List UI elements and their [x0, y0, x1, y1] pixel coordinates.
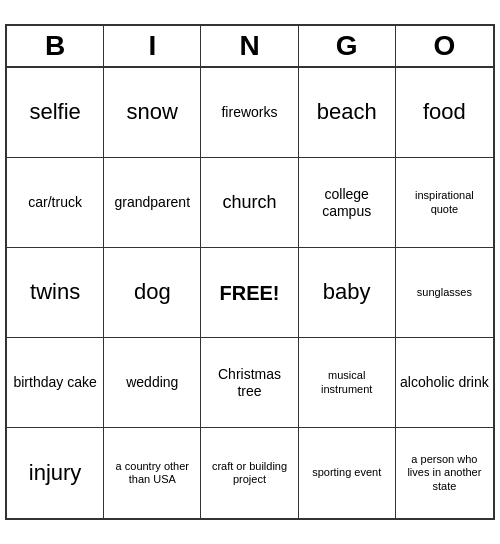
- bingo-cell: musical instrument: [299, 338, 396, 428]
- bingo-cell: birthday cake: [7, 338, 104, 428]
- bingo-cell: car/truck: [7, 158, 104, 248]
- header-letter: B: [7, 26, 104, 66]
- cell-text: birthday cake: [13, 374, 96, 391]
- cell-text: food: [423, 99, 466, 125]
- bingo-cell: sunglasses: [396, 248, 493, 338]
- header-letter: N: [201, 26, 298, 66]
- bingo-cell: dog: [104, 248, 201, 338]
- header-letter: G: [299, 26, 396, 66]
- cell-text: inspirational quote: [400, 189, 489, 215]
- cell-text: dog: [134, 279, 171, 305]
- bingo-grid: selfiesnowfireworksbeachfoodcar/truckgra…: [7, 68, 493, 518]
- cell-text: church: [222, 192, 276, 214]
- cell-text: grandparent: [115, 194, 191, 211]
- bingo-cell: snow: [104, 68, 201, 158]
- bingo-cell: selfie: [7, 68, 104, 158]
- bingo-cell: twins: [7, 248, 104, 338]
- cell-text: sporting event: [312, 466, 381, 479]
- cell-text: twins: [30, 279, 80, 305]
- cell-text: beach: [317, 99, 377, 125]
- cell-text: a country other than USA: [108, 460, 196, 486]
- cell-text: fireworks: [221, 104, 277, 121]
- bingo-cell: church: [201, 158, 298, 248]
- bingo-cell: wedding: [104, 338, 201, 428]
- bingo-cell: Christmas tree: [201, 338, 298, 428]
- bingo-cell: fireworks: [201, 68, 298, 158]
- bingo-cell: baby: [299, 248, 396, 338]
- bingo-card: BINGO selfiesnowfireworksbeachfoodcar/tr…: [5, 24, 495, 520]
- bingo-cell: a country other than USA: [104, 428, 201, 518]
- cell-text: college campus: [303, 186, 391, 220]
- cell-text: selfie: [29, 99, 80, 125]
- cell-text: snow: [127, 99, 178, 125]
- cell-text: alcoholic drink: [400, 374, 489, 391]
- cell-text: injury: [29, 460, 82, 486]
- cell-text: craft or building project: [205, 460, 293, 486]
- bingo-cell: food: [396, 68, 493, 158]
- cell-text: sunglasses: [417, 286, 472, 299]
- header-letter: I: [104, 26, 201, 66]
- cell-text: wedding: [126, 374, 178, 391]
- header-letter: O: [396, 26, 493, 66]
- bingo-header: BINGO: [7, 26, 493, 68]
- bingo-cell: inspirational quote: [396, 158, 493, 248]
- bingo-cell: alcoholic drink: [396, 338, 493, 428]
- bingo-cell: college campus: [299, 158, 396, 248]
- cell-text: FREE!: [219, 281, 279, 305]
- bingo-cell: craft or building project: [201, 428, 298, 518]
- bingo-cell: beach: [299, 68, 396, 158]
- bingo-cell: a person who lives in another state: [396, 428, 493, 518]
- bingo-cell: grandparent: [104, 158, 201, 248]
- bingo-cell: injury: [7, 428, 104, 518]
- bingo-cell: sporting event: [299, 428, 396, 518]
- cell-text: musical instrument: [303, 369, 391, 395]
- cell-text: car/truck: [28, 194, 82, 211]
- bingo-cell: FREE!: [201, 248, 298, 338]
- cell-text: a person who lives in another state: [400, 453, 489, 493]
- cell-text: baby: [323, 279, 371, 305]
- cell-text: Christmas tree: [205, 366, 293, 400]
